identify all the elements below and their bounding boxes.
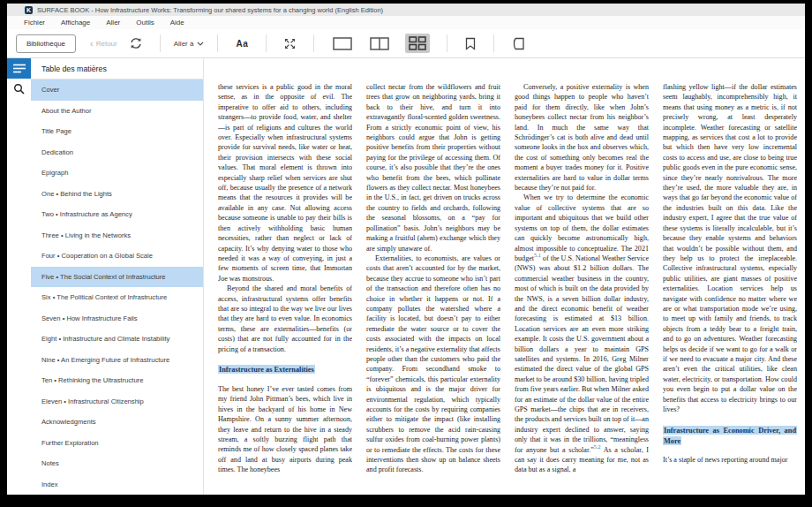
toc-item[interactable]: Acknowledgments	[31, 412, 203, 433]
toc-list-icon	[13, 64, 26, 73]
toolbar-separator	[217, 34, 218, 52]
paragraph: Externalities, to economists, are values…	[366, 254, 500, 475]
paragraph: Beyond the shared and moral benefits of …	[218, 284, 352, 354]
text-column: collect nectar from the wildflowers and …	[366, 82, 500, 490]
paragraph: collect nectar from the wildflowers and …	[366, 82, 500, 254]
left-rail	[7, 58, 31, 495]
toc-item[interactable]: Title Page	[31, 121, 203, 142]
menu-bar: FichierAffichageAllerOutilsAide	[7, 16, 805, 29]
search-button[interactable]	[7, 79, 31, 99]
toolbar: Bibliothèque ‹ Retour Aller à Aa	[7, 29, 805, 58]
back-label: Retour	[96, 40, 117, 48]
desktop: { "window": { "title": "SURFACE BOOK - H…	[0, 0, 812, 507]
toolbar-separator	[493, 34, 494, 52]
menu-outils[interactable]: Outils	[128, 19, 162, 26]
toc-item[interactable]: Five • The Social Context of Infrastruct…	[31, 267, 203, 288]
paragraph: these services is a public good in the m…	[218, 82, 352, 284]
toolbar-separator	[447, 34, 447, 52]
font-settings-button[interactable]: Aa	[236, 39, 248, 49]
two-column-view-button[interactable]	[370, 37, 389, 50]
reader-pane[interactable]: these services is a public good in the m…	[204, 58, 805, 495]
menu-affichage[interactable]: Affichage	[53, 19, 98, 26]
highlight-span: Infrastructure as Externalities	[218, 365, 315, 374]
toc-item[interactable]: Further Exploration	[31, 433, 203, 454]
sync-button[interactable]	[130, 37, 142, 49]
toc-item[interactable]: Eight • Infrastructure and Climate Insta…	[31, 329, 203, 350]
toc-item[interactable]: Four • Cooperation on a Global Scale	[31, 246, 203, 267]
page-curl-icon	[512, 37, 525, 50]
fullscreen-button[interactable]	[284, 38, 296, 49]
chevron-left-icon: ‹	[90, 40, 94, 47]
toc-item[interactable]: Notes	[31, 453, 203, 474]
menu-fichier[interactable]: Fichier	[16, 19, 53, 26]
library-button[interactable]: Bibliothèque	[16, 34, 76, 53]
toc-title: Table des matières	[31, 58, 203, 79]
toc-panel-button[interactable]	[7, 58, 31, 79]
menu-aller[interactable]: Aller	[98, 19, 128, 26]
toolbar-separator	[160, 34, 161, 52]
app-window: K SURFACE BOOK - How Infrastructure Work…	[7, 4, 805, 495]
reader-columns: these services is a public good in the m…	[218, 82, 805, 490]
paragraph: Conversely, a positive externality is wh…	[515, 82, 649, 193]
window-title: SURFACE BOOK - How Infrastructure Works:…	[37, 6, 383, 14]
toc-item[interactable]: Cover	[31, 79, 203, 101]
toc-item[interactable]: Three • Living in the Networks	[31, 225, 203, 246]
toc-list: CoverAbout the AuthorTitle PageDedicatio…	[31, 79, 203, 495]
bookmark-button[interactable]	[465, 37, 476, 50]
highlight-span: Infrastructure as Economic Driver, and M…	[663, 426, 797, 445]
goto-button[interactable]: Aller à	[174, 40, 205, 48]
toc-item[interactable]: Eleven • Infrastructural Citizenship	[31, 391, 203, 412]
back-button[interactable]: ‹ Retour	[90, 40, 117, 48]
paragraph: When we try to determine the economic va…	[515, 193, 649, 474]
toc-item[interactable]: About the Author	[31, 101, 203, 122]
footnote-link[interactable]: 5.2	[594, 443, 601, 450]
toc-item[interactable]: One • Behind the Lights	[31, 184, 203, 205]
bookmark-icon	[465, 37, 476, 50]
section-heading-highlighted: Infrastructure as Externalities	[218, 365, 352, 375]
paragraph: It’s a staple of news reporting around m…	[663, 455, 797, 465]
text-column: Conversely, a positive externality is wh…	[515, 82, 649, 490]
goto-label: Aller à	[174, 40, 194, 48]
paragraph: The best honey I’ve ever tasted comes fr…	[218, 384, 352, 475]
footnote-link[interactable]: 5.1	[534, 252, 541, 258]
single-page-icon	[333, 37, 352, 50]
toc-item[interactable]: Two • Infrastructure as Agency	[31, 204, 203, 225]
main-area: Table des matières CoverAbout the Author…	[7, 58, 805, 495]
toolbar-separator	[266, 34, 267, 52]
kindle-app-icon: K	[25, 6, 33, 14]
fullscreen-expand-icon	[284, 38, 296, 49]
toc-sidebar: Table des matières CoverAbout the Author…	[31, 58, 204, 495]
grid-view-icon	[409, 36, 426, 50]
text-column: these services is a public good in the m…	[218, 82, 352, 490]
toc-item[interactable]: Dedication	[31, 142, 203, 163]
chevron-down-icon	[197, 42, 204, 46]
toolbar-separator	[313, 34, 314, 52]
search-icon	[13, 83, 25, 95]
toc-item[interactable]: Nine • An Emerging Future of Infrastruct…	[31, 350, 203, 371]
paragraph: flashing yellow light—if the dollar esti…	[663, 82, 797, 414]
sync-icon	[130, 37, 142, 49]
section-heading-highlighted: Infrastructure as Economic Driver, and M…	[663, 425, 797, 446]
toc-item[interactable]: Epigraph	[31, 163, 203, 184]
toc-item[interactable]: Index	[31, 474, 203, 496]
grid-view-button[interactable]	[405, 34, 430, 53]
text-column: flashing yellow light—if the dollar esti…	[663, 82, 797, 490]
menu-aide[interactable]: Aide	[162, 19, 192, 26]
page-flip-button[interactable]	[512, 37, 525, 50]
two-page-icon	[370, 37, 389, 50]
toc-item[interactable]: Seven • How Infrastructure Fails	[31, 308, 203, 329]
toc-item[interactable]: Six • The Political Context of Infrastru…	[31, 287, 203, 308]
single-column-view-button[interactable]	[333, 37, 352, 50]
title-bar: K SURFACE BOOK - How Infrastructure Work…	[7, 4, 805, 16]
toc-item[interactable]: Ten • Rethinking the Ultrastructure	[31, 370, 203, 391]
